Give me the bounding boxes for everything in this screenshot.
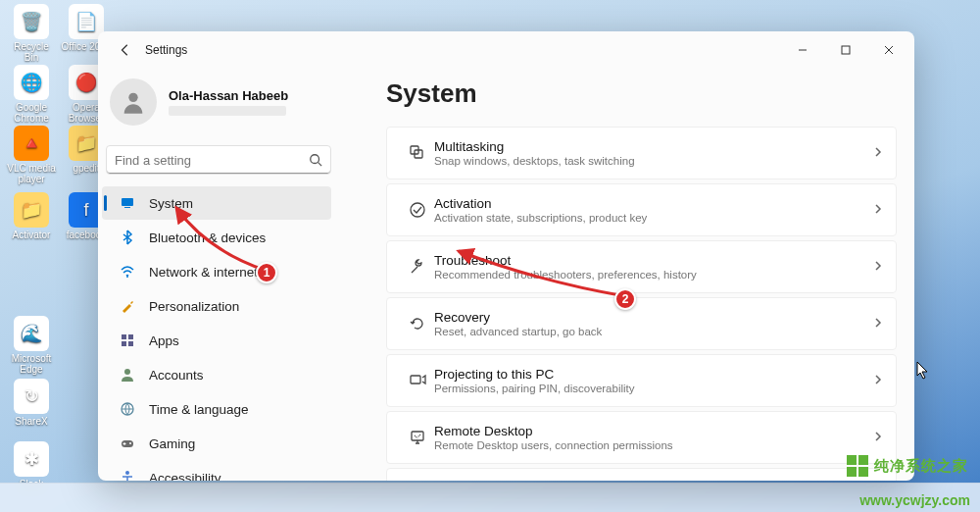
desktop-icon-sharex[interactable]: ↻ShareX: [6, 379, 57, 427]
nav-label: Accounts: [149, 368, 204, 383]
card-projecting-to-this-pc[interactable]: Projecting to this PC Permissions, pairi…: [386, 354, 897, 407]
svg-point-2: [311, 155, 319, 164]
desktop-icon-recycle-bin[interactable]: 🗑️Recycle Bin: [6, 4, 57, 63]
nav-item-accessibility[interactable]: Accessibility: [102, 461, 331, 481]
sidebar: Ola-Hassan Habeeb SystemBluetooth & devi…: [98, 69, 347, 481]
profile-name: Ola-Hassan Habeeb: [169, 88, 288, 103]
brush-icon: [120, 298, 135, 314]
profile-email-redacted: [169, 106, 286, 116]
watermark-logo-icon: [847, 455, 868, 477]
card-subtitle: Snap windows, desktops, task switching: [434, 155, 872, 167]
card-recovery[interactable]: Recovery Reset, advanced startup, go bac…: [386, 297, 897, 350]
search-box[interactable]: [106, 145, 331, 175]
svg-point-13: [129, 442, 131, 444]
svg-rect-8: [122, 341, 126, 346]
svg-rect-0: [842, 46, 850, 54]
chevron-right-icon: [872, 144, 884, 162]
chevron-right-icon: [872, 201, 884, 219]
card-subtitle: Reset, advanced startup, go back: [434, 326, 872, 337]
multi-icon: [401, 144, 434, 162]
nav-label: Gaming: [149, 436, 195, 451]
chevron-right-icon: [872, 372, 884, 389]
nav-item-gaming[interactable]: Gaming: [102, 427, 331, 460]
search-icon: [309, 153, 322, 167]
avatar: [110, 78, 157, 126]
svg-point-1: [128, 93, 137, 102]
user-icon: [120, 88, 147, 116]
wrench-icon: [401, 258, 434, 276]
maximize-button[interactable]: [824, 35, 867, 65]
cursor-icon: [916, 361, 930, 381]
nav-item-apps[interactable]: Apps: [102, 324, 331, 357]
chevron-right-icon: [872, 258, 884, 276]
profile[interactable]: Ola-Hassan Habeeb: [98, 69, 335, 141]
page-title: System: [386, 78, 897, 109]
svg-rect-4: [124, 207, 130, 208]
globe-icon: [120, 401, 135, 417]
desktop-icon-vlc-media-player[interactable]: 🔺VLC media player: [6, 126, 57, 184]
chevron-right-icon: [872, 429, 884, 446]
arrow-left-icon: [119, 43, 132, 57]
taskbar[interactable]: [0, 483, 980, 512]
nav-item-accounts[interactable]: Accounts: [102, 358, 331, 391]
nav-item-system[interactable]: System: [102, 186, 331, 220]
card-subtitle: Recommended troubleshooters, preferences…: [434, 269, 872, 281]
close-button[interactable]: [867, 35, 910, 65]
svg-point-10: [124, 369, 130, 375]
card-clipboard[interactable]: Clipboard Cut and copy history, sync, cl…: [386, 468, 897, 481]
card-troubleshoot[interactable]: Troubleshoot Recommended troubleshooters…: [386, 240, 897, 293]
svg-point-17: [411, 203, 424, 217]
recover-icon: [401, 315, 434, 333]
minimize-button[interactable]: [781, 35, 824, 65]
desktop-icon-google-chrome[interactable]: 🌐Google Chrome: [6, 65, 57, 124]
search-input[interactable]: [115, 153, 309, 168]
card-title: Projecting to this PC: [434, 367, 872, 382]
game-icon: [120, 435, 135, 451]
nav-label: Accessibility: [149, 471, 221, 482]
annotation-badge-1: 1: [256, 262, 277, 283]
nav-label: System: [149, 196, 193, 211]
card-multitasking[interactable]: Multitasking Snap windows, desktops, tas…: [386, 127, 897, 179]
chevron-right-icon: [872, 315, 884, 333]
user-icon: [120, 367, 135, 383]
wifi-icon: [120, 264, 135, 280]
svg-rect-6: [122, 334, 126, 339]
card-title: Troubleshoot: [434, 253, 872, 268]
nav-label: Apps: [149, 333, 179, 348]
watermark-brand: 纯净系统之家: [841, 453, 974, 479]
nav-item-personalization[interactable]: Personalization: [102, 289, 331, 323]
bt-icon: [120, 230, 135, 245]
remote-icon: [401, 429, 434, 446]
card-title: Multitasking: [434, 139, 872, 154]
card-subtitle: Permissions, pairing PIN, discoverabilit…: [434, 383, 872, 394]
card-title: Recovery: [434, 310, 872, 325]
nav-label: Time & language: [149, 402, 249, 417]
minimize-icon: [798, 45, 808, 55]
desktop-icon-microsoft-edge[interactable]: 🌊Microsoft Edge: [6, 316, 57, 375]
svg-point-5: [126, 276, 128, 278]
nav-item-time-language[interactable]: Time & language: [102, 392, 331, 426]
maximize-icon: [841, 45, 851, 55]
apps-icon: [120, 333, 135, 348]
card-subtitle: Activation state, subscriptions, product…: [434, 212, 872, 224]
back-button[interactable]: [112, 36, 139, 64]
main-content: System Multitasking Snap windows, deskto…: [347, 69, 914, 481]
annotation-badge-2: 2: [614, 288, 636, 310]
nav-item-network-internet[interactable]: Network & internet: [102, 255, 331, 288]
svg-rect-3: [122, 198, 133, 206]
card-activation[interactable]: Activation Activation state, subscriptio…: [386, 183, 897, 236]
nav-item-bluetooth-devices[interactable]: Bluetooth & devices: [102, 221, 331, 254]
card-title: Activation: [434, 196, 872, 211]
svg-rect-9: [128, 341, 133, 346]
nav-label: Personalization: [149, 299, 239, 314]
access-icon: [120, 470, 135, 481]
desktop-icon-activator[interactable]: 📁Activator: [6, 192, 57, 240]
card-title: Remote Desktop: [434, 424, 872, 438]
watermark-brand-text: 纯净系统之家: [874, 457, 968, 476]
card-remote-desktop[interactable]: Remote Desktop Remote Desktop users, con…: [386, 411, 897, 464]
svg-rect-19: [412, 432, 423, 440]
svg-rect-18: [411, 376, 420, 384]
watermark-url: www.ycwjzy.com: [859, 492, 970, 508]
nav-label: Bluetooth & devices: [149, 230, 266, 245]
window-title: Settings: [145, 43, 187, 57]
